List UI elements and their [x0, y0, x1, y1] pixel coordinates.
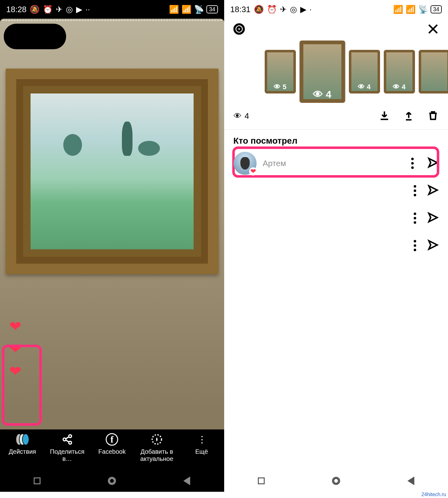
- statusbar-left: 18:28 🔕 ⏰ ✈ ◎ ▶ ·· 📶 📶 📡 34: [0, 0, 224, 19]
- story-viewer-screen: 18:28 🔕 ⏰ ✈ ◎ ▶ ·· 📶 📶 📡 34: [0, 0, 224, 492]
- story-toolbar: Действия Поделиться в… f Facebook Добави…: [0, 429, 224, 470]
- watermark: 24hitech.ru: [422, 492, 446, 497]
- close-button[interactable]: [427, 23, 439, 36]
- send-button[interactable]: [427, 184, 439, 197]
- telegram-icon: ✈: [56, 5, 63, 14]
- viewer-avatar[interactable]: ❤: [234, 152, 257, 175]
- chrome-icon: ◎: [66, 5, 73, 14]
- delete-button[interactable]: [427, 110, 439, 122]
- more-label: Ещё: [195, 448, 208, 455]
- story-thumbnail[interactable]: 👁 5: [265, 50, 296, 93]
- wifi-icon: 📡: [418, 5, 428, 14]
- activity-button[interactable]: Действия: [0, 433, 45, 455]
- story-author-pill[interactable]: [4, 24, 66, 49]
- facebook-button[interactable]: f Facebook: [89, 433, 134, 455]
- android-navbar: [224, 470, 448, 492]
- viewers-topbar: [224, 19, 448, 41]
- eye-icon: 👁: [313, 89, 323, 100]
- nav-back-icon[interactable]: [407, 476, 414, 485]
- viewer-options-button[interactable]: [414, 213, 416, 224]
- tutorial-highlight: [2, 345, 42, 426]
- share-button[interactable]: [403, 110, 414, 122]
- download-button[interactable]: [379, 110, 390, 122]
- story-thumbnail[interactable]: 👁 4: [349, 50, 380, 93]
- eye-icon: 👁: [393, 83, 400, 91]
- more-icon: ⋮: [195, 433, 209, 446]
- add-highlight-button[interactable]: Добавить в актуальное: [134, 433, 179, 462]
- story-thumbnail[interactable]: 👁 4: [384, 50, 415, 93]
- telegram-icon: ✈: [280, 5, 287, 14]
- nav-back-icon[interactable]: [183, 476, 190, 485]
- share-icon: [60, 433, 74, 446]
- more-notif-icon: ··: [85, 5, 90, 14]
- liked-badge-icon: ❤: [249, 167, 257, 175]
- send-button[interactable]: [427, 212, 439, 224]
- time: 18:28: [6, 5, 26, 14]
- viewer-row[interactable]: [230, 204, 442, 232]
- nav-recent-icon[interactable]: [34, 477, 41, 484]
- share-button[interactable]: Поделиться в…: [45, 433, 90, 462]
- highlight-icon: [150, 433, 164, 446]
- activity-label: Действия: [9, 448, 36, 455]
- viewer-row[interactable]: [230, 232, 442, 259]
- mute-icon: 🔕: [30, 5, 40, 14]
- nav-home-icon[interactable]: [108, 477, 116, 485]
- eye-icon: 👁: [274, 83, 281, 91]
- viewer-row[interactable]: [230, 177, 442, 204]
- statusbar-right: 18:31 🔕 ⏰ ✈ ◎ ▶ · 📶 📶 📡 34: [224, 0, 448, 19]
- wifi-icon: 📡: [194, 5, 204, 14]
- mute-icon: 🔕: [254, 5, 264, 14]
- eye-icon: 👁: [234, 111, 242, 121]
- heart-icon: ❤: [9, 318, 22, 335]
- viewers-avatars-icon: [16, 433, 29, 446]
- battery-icon: 34: [431, 5, 442, 13]
- share-label: Поделиться в…: [45, 448, 90, 462]
- more-notif-icon: ·: [310, 5, 312, 14]
- signal-icon: 📶: [393, 5, 403, 14]
- viewer-row[interactable]: ❤ Артем: [230, 150, 442, 177]
- eye-icon: 👁: [358, 83, 365, 91]
- alarm-icon: ⏰: [43, 5, 53, 14]
- time: 18:31: [230, 5, 251, 14]
- nav-recent-icon[interactable]: [258, 477, 265, 484]
- svg-point-2: [69, 441, 71, 444]
- youtube-icon: ▶: [300, 5, 306, 14]
- svg-point-0: [69, 435, 71, 438]
- story-image[interactable]: ❤ ❤ ❤: [0, 19, 224, 429]
- youtube-icon: ▶: [76, 5, 82, 14]
- nav-home-icon[interactable]: [332, 477, 340, 485]
- viewers-actions: 👁 4: [224, 103, 448, 130]
- viewer-options-button[interactable]: [414, 240, 416, 251]
- story-thumbnail[interactable]: [419, 50, 448, 93]
- story-progress: [2, 20, 222, 21]
- more-button[interactable]: ⋮ Ещё: [179, 433, 224, 455]
- painting-frame: [6, 69, 219, 274]
- chrome-icon: ◎: [290, 5, 297, 14]
- signal-icon: 📶: [406, 5, 416, 14]
- svg-point-1: [63, 438, 66, 441]
- highlight-label: Добавить в актуальное: [134, 448, 179, 462]
- facebook-icon: f: [105, 433, 119, 446]
- svg-point-5: [237, 27, 241, 31]
- view-count: 👁 4: [234, 111, 249, 121]
- send-button[interactable]: [427, 239, 439, 252]
- svg-point-4: [234, 24, 244, 34]
- story-thumbnail-active[interactable]: 👁 4: [300, 41, 345, 103]
- viewers-list: ❤ Артем: [224, 150, 448, 259]
- story-viewers-screen: 18:31 🔕 ⏰ ✈ ◎ ▶ · 📶 📶 📡 34: [224, 0, 448, 492]
- signal-icon: 📶: [181, 5, 191, 14]
- story-thumbnails: 👁 5 👁 4 👁 4 👁 4: [224, 41, 448, 103]
- viewer-options-button[interactable]: [414, 185, 416, 196]
- tutorial-highlight: [232, 146, 440, 178]
- alarm-icon: ⏰: [267, 5, 277, 14]
- settings-button[interactable]: [233, 23, 245, 36]
- android-navbar: [0, 470, 224, 492]
- signal-icon: 📶: [169, 5, 179, 14]
- facebook-label: Facebook: [98, 448, 126, 455]
- battery-icon: 34: [206, 5, 218, 13]
